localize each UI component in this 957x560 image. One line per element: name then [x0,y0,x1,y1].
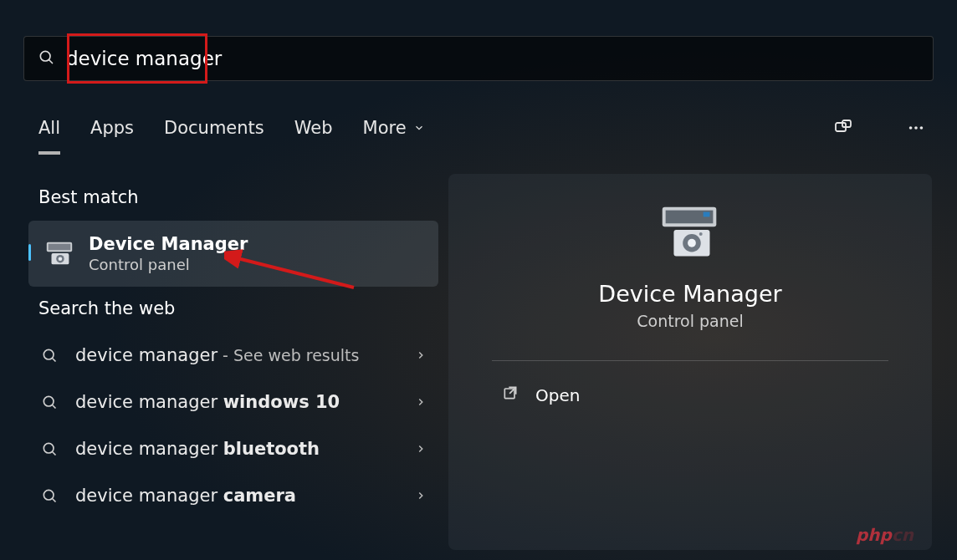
chevron-down-icon [413,122,425,134]
svg-point-18 [44,490,54,500]
search-icon [40,394,59,410]
web-results-list: device manager - See web results device … [28,332,438,519]
chat-icon[interactable] [833,118,853,138]
preview-subtitle: Control panel [637,312,743,330]
svg-point-16 [44,443,54,453]
web-result-label: device manager bluetooth [75,439,398,459]
web-result-item[interactable]: device manager windows 10 [28,379,438,425]
open-icon [502,384,519,405]
more-options-icon[interactable] [907,119,925,137]
tab-more[interactable]: More [363,113,425,143]
svg-point-11 [59,257,63,261]
tab-more-label: More [363,118,407,138]
watermark: phpcn [856,525,914,545]
tab-documents[interactable]: Documents [164,113,264,143]
web-result-label: device manager windows 10 [75,392,398,412]
svg-point-6 [920,126,924,130]
svg-line-17 [53,452,56,456]
web-result-item[interactable]: device manager bluetooth [28,425,438,472]
device-manager-icon [44,238,75,270]
svg-point-14 [44,396,54,406]
tab-apps[interactable]: Apps [90,113,134,143]
search-icon [40,440,59,457]
svg-line-19 [53,499,56,502]
preview-title: Device Manager [598,281,781,307]
device-manager-icon [652,204,728,262]
svg-point-12 [44,349,54,359]
filter-tabs: All Apps Documents Web More [38,113,925,143]
search-icon [38,48,54,69]
chevron-right-icon [415,392,427,412]
open-action[interactable]: Open [492,361,888,429]
best-match-heading: Best match [38,187,428,207]
tab-web[interactable]: Web [294,113,333,143]
svg-point-26 [699,232,703,236]
open-label: Open [535,385,580,405]
svg-point-4 [909,126,913,130]
search-web-heading: Search the web [38,298,428,318]
web-result-item[interactable]: device manager - See web results [28,332,438,379]
best-match-result[interactable]: Device Manager Control panel [28,221,438,287]
best-match-text: Device Manager Control panel [89,234,248,273]
svg-line-15 [53,405,56,409]
best-match-title: Device Manager [89,234,248,254]
search-input[interactable] [66,48,317,69]
web-result-label: device manager camera [75,486,398,506]
tab-all[interactable]: All [38,113,60,155]
web-result-item[interactable]: device manager camera [28,472,438,519]
search-bar[interactable] [23,36,934,81]
svg-line-13 [53,359,56,362]
search-icon [40,347,59,364]
svg-rect-8 [49,243,71,250]
chevron-right-icon [415,439,427,459]
preview-panel: Device Manager Control panel Open [448,174,932,550]
svg-line-1 [49,60,53,64]
svg-rect-3 [842,120,851,127]
chevron-right-icon [415,345,427,365]
web-result-label: device manager - See web results [75,345,398,365]
svg-point-25 [688,239,696,247]
chevron-right-icon [415,486,427,506]
results-column: Best match Device Manager Control panel … [28,176,438,519]
svg-point-5 [914,126,918,130]
search-icon [40,487,59,504]
best-match-subtitle: Control panel [89,256,248,273]
svg-rect-22 [704,212,710,217]
